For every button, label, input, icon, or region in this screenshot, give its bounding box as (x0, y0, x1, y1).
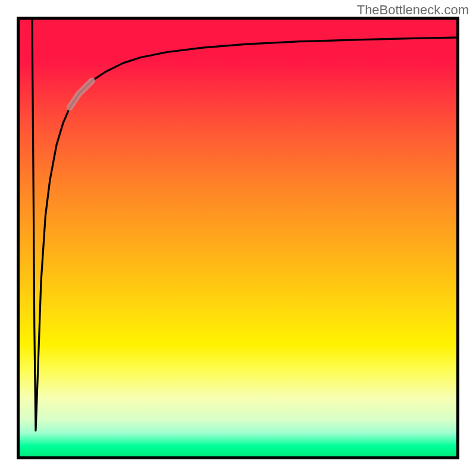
bottleneck-curve (32, 19, 459, 431)
attribution-text: TheBottleneck.com (357, 2, 469, 18)
chart-container (17, 17, 459, 459)
frame-right (456, 17, 459, 459)
frame-left (17, 17, 20, 459)
chart-svg (17, 17, 459, 459)
frame-bottom (17, 456, 459, 459)
highlight-segment (70, 81, 92, 108)
frame-top (17, 17, 459, 20)
